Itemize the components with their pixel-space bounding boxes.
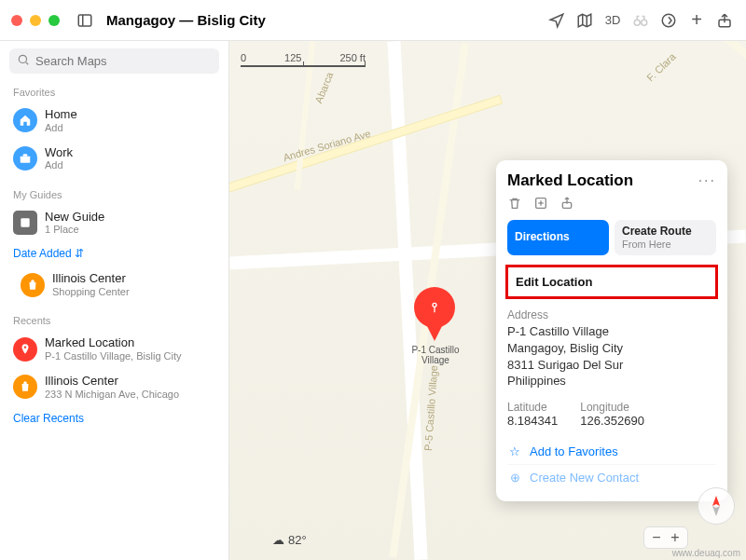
search-input[interactable] <box>35 54 212 68</box>
pin-icon <box>13 337 37 362</box>
window-title: Mangagoy — Bislig City <box>106 12 266 28</box>
recent-illinois-center[interactable]: Illinois Center233 N Michigan Ave, Chica… <box>9 370 219 404</box>
add-to-favorites-button[interactable]: ☆Add to Favorites <box>507 439 716 464</box>
zoom-out-button[interactable]: − <box>648 529 665 546</box>
card-share-icon[interactable] <box>560 196 574 211</box>
sidebar-toggle-icon[interactable] <box>75 10 95 31</box>
svg-point-13 <box>433 303 436 307</box>
guide-item[interactable]: New Guide1 Place <box>9 206 219 240</box>
svg-point-12 <box>24 346 26 348</box>
recent-sub: P-1 Castillo Village, Bislig City <box>45 350 182 362</box>
weather-indicator[interactable]: ☁82° <box>272 533 307 547</box>
svg-point-5 <box>642 20 647 25</box>
svg-point-4 <box>634 20 640 25</box>
sidebar: Favorites HomeAdd WorkAdd My Guides New … <box>0 41 229 560</box>
place-title: Illinois Center <box>52 271 130 286</box>
cloud-icon: ☁ <box>272 533 284 547</box>
create-contact-button[interactable]: ⊕Create New Contact <box>507 464 716 490</box>
recents-label: Recents <box>9 315 219 326</box>
map-mode-icon[interactable] <box>574 10 595 31</box>
create-route-button[interactable]: Create RouteFrom Here <box>615 220 716 255</box>
briefcase-icon <box>13 146 37 171</box>
road-label: Abarca <box>312 71 335 105</box>
fullscreen-window-button[interactable] <box>48 15 60 26</box>
card-title: Marked Location <box>507 171 633 190</box>
star-icon: ☆ <box>507 444 522 458</box>
svg-rect-0 <box>78 15 91 26</box>
add-to-icon[interactable] <box>533 196 548 211</box>
favorite-title: Work <box>45 145 73 160</box>
favorites-label: Favorites <box>9 87 219 98</box>
svg-rect-11 <box>21 218 29 226</box>
zoom-in-button[interactable]: + <box>667 529 684 546</box>
scale-indicator: 0125250 ft <box>241 52 366 67</box>
svg-rect-10 <box>21 157 31 163</box>
place-sub: Shopping Center <box>52 286 130 298</box>
longitude-block: Longitude126.352690 <box>580 401 644 428</box>
zoom-controls: − + <box>643 526 688 549</box>
titlebar: Mangagoy — Bislig City 3D + <box>0 0 746 41</box>
favorite-sub: Add <box>45 159 73 171</box>
guide-sub: 1 Place <box>45 224 104 236</box>
contact-add-icon: ⊕ <box>507 471 522 485</box>
guide-sort-button[interactable]: Date Added ⇵ <box>9 243 219 264</box>
share-icon[interactable] <box>714 10 735 31</box>
favorite-home[interactable]: HomeAdd <box>9 103 219 138</box>
delete-icon[interactable] <box>507 196 522 211</box>
my-guides-label: My Guides <box>9 189 219 200</box>
binoculars-icon[interactable] <box>630 10 651 31</box>
address-label: Address <box>507 308 716 321</box>
svg-marker-19 <box>712 496 720 506</box>
view-3d-button[interactable]: 3D <box>602 10 623 31</box>
marked-location-pin[interactable] <box>414 287 455 328</box>
minimize-window-button[interactable] <box>30 15 41 26</box>
map-canvas[interactable]: Andres Soriano Ave P-5 Castillo Village … <box>229 41 746 560</box>
road-label: F. Clara <box>644 51 678 84</box>
directions-icon[interactable] <box>658 10 679 31</box>
add-icon[interactable]: + <box>686 10 707 31</box>
edit-location-button[interactable]: Edit Location <box>505 265 718 299</box>
svg-point-6 <box>662 14 675 27</box>
search-field[interactable] <box>9 48 219 74</box>
favorite-work[interactable]: WorkAdd <box>9 142 219 176</box>
shopping-bag-icon <box>13 375 37 399</box>
window-controls <box>11 15 60 26</box>
guide-place-item[interactable]: Illinois CenterShopping Center <box>9 267 219 302</box>
recent-marked-location[interactable]: Marked LocationP-1 Castillo Village, Bis… <box>9 332 219 366</box>
pin-label: P-1 Castillo Village <box>403 345 468 365</box>
compass-button[interactable] <box>698 487 735 525</box>
favorite-sub: Add <box>45 122 77 134</box>
recent-title: Marked Location <box>45 335 182 350</box>
address-block: P-1 Castillo Village Mangagoy, Bislig Ci… <box>507 323 716 389</box>
sort-arrows-icon: ⇵ <box>75 247 84 260</box>
favorite-title: Home <box>45 107 77 122</box>
road <box>616 41 746 70</box>
shopping-bag-icon <box>21 273 45 297</box>
card-more-button[interactable]: ··· <box>698 172 716 189</box>
home-icon <box>13 108 37 132</box>
navigate-icon[interactable] <box>546 10 567 31</box>
location-info-card: Marked Location ··· Directions Create Ro… <box>496 160 727 501</box>
recent-title: Illinois Center <box>45 374 179 389</box>
directions-button[interactable]: Directions <box>507 220 609 255</box>
svg-marker-20 <box>712 506 720 516</box>
road-label: P-5 Castillo Village <box>422 365 439 452</box>
svg-line-9 <box>26 62 29 65</box>
latitude-block: Latitude8.184341 <box>507 401 558 428</box>
search-icon <box>17 53 30 69</box>
road-highlight <box>229 95 503 202</box>
clear-recents-button[interactable]: Clear Recents <box>9 408 219 429</box>
svg-point-8 <box>19 55 26 62</box>
guide-thumbnail-icon <box>13 211 37 235</box>
watermark: www.deuaq.com <box>672 548 740 558</box>
guide-title: New Guide <box>45 210 104 225</box>
recent-sub: 233 N Michigan Ave, Chicago <box>45 389 179 401</box>
close-window-button[interactable] <box>11 15 22 26</box>
